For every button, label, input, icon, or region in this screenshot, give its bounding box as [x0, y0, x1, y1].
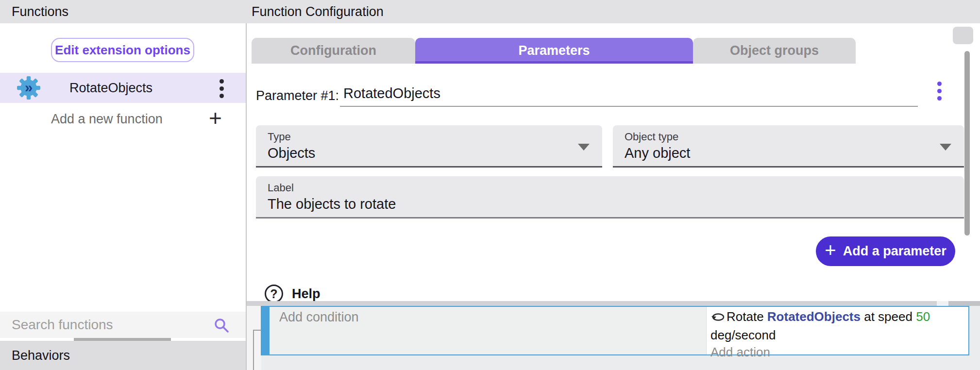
add-parameter-label: Add a parameter: [843, 244, 946, 259]
help-label: Help: [292, 286, 321, 302]
functions-panel-title: Functions: [12, 0, 68, 23]
add-function-label: Add a new function: [51, 105, 163, 133]
label-field-label: Label: [268, 182, 294, 194]
plus-icon: +: [209, 105, 222, 133]
label-field[interactable]: Label The objects to rotate: [256, 176, 964, 219]
input-underline: [340, 106, 918, 107]
page-title: Function Configuration: [252, 0, 384, 23]
vertical-scrollbar-thumb[interactable]: [964, 51, 970, 235]
svg-text:»: »: [25, 80, 33, 95]
add-parameter-button[interactable]: + Add a parameter: [816, 236, 955, 266]
action-speed-value: 50: [916, 309, 930, 324]
tab-object-groups-label: Object groups: [730, 43, 819, 58]
object-type-select[interactable]: Object type Any object: [613, 125, 964, 168]
sidebar-item-rotateobjects[interactable]: » RotateObjects: [0, 73, 246, 103]
functions-sidebar: Edit extension options »: [0, 23, 246, 370]
scrollbar-gap: [937, 301, 948, 306]
type-select[interactable]: Type Objects: [256, 125, 602, 168]
add-function-row[interactable]: Add a new function +: [0, 105, 246, 133]
search-icon: [214, 318, 229, 335]
plus-icon: +: [825, 239, 836, 261]
chevron-down-icon: [578, 144, 590, 151]
behaviors-section-header[interactable]: Behaviors: [0, 341, 246, 370]
horizontal-scrollbar-thumb[interactable]: [948, 301, 980, 306]
edit-extension-options-button[interactable]: Edit extension options: [51, 38, 194, 62]
top-header: [0, 0, 980, 23]
action-text-middle: at speed: [861, 309, 916, 324]
app-window: Functions Function Configuration Edit ex…: [0, 0, 980, 370]
add-condition-button[interactable]: Add condition: [270, 307, 706, 354]
type-select-label: Type: [268, 131, 291, 143]
search-input[interactable]: Search functions: [12, 312, 113, 338]
object-type-select-value: Any object: [625, 145, 690, 161]
label-field-value: The objects to rotate: [268, 196, 396, 212]
events-panel-divider[interactable]: [246, 301, 980, 306]
action-object-name: RotatedObjects: [767, 309, 861, 324]
behaviors-title: Behaviors: [12, 341, 70, 370]
scroll-corner: [953, 27, 973, 44]
parameter-menu-icon[interactable]: [937, 82, 942, 101]
active-tab-indicator: [415, 61, 693, 64]
parameter-index-label: Parameter #1:: [256, 88, 339, 103]
chevron-down-icon: [940, 144, 951, 151]
function-name-label: RotateObjects: [69, 73, 152, 103]
add-action-button[interactable]: Add action: [710, 344, 964, 361]
type-select-value: Objects: [268, 145, 315, 161]
tab-parameters[interactable]: Parameters: [415, 38, 693, 64]
action-text-prefix: Rotate: [727, 309, 767, 324]
parameter-name-input[interactable]: RotatedObjects: [343, 85, 440, 101]
tab-configuration[interactable]: Configuration: [252, 38, 415, 64]
search-functions-bar[interactable]: Search functions: [0, 312, 246, 338]
tab-object-groups[interactable]: Object groups: [693, 38, 856, 64]
panel-divider: [246, 23, 247, 370]
object-type-select-label: Object type: [625, 131, 678, 143]
tab-configuration-label: Configuration: [290, 43, 376, 58]
function-menu-icon[interactable]: [220, 79, 224, 98]
actions-cell[interactable]: Rotate RotatedObjects at speed 50 deg/se…: [706, 307, 968, 354]
help-icon: ?: [265, 285, 283, 303]
function-gear-icon: »: [17, 76, 41, 100]
event-row[interactable]: Add condition Rotate RotatedObjects at s…: [269, 306, 969, 355]
tab-parameters-label: Parameters: [518, 43, 590, 58]
action-text-suffix: deg/second: [710, 328, 776, 342]
rotate-icon: [710, 310, 725, 327]
tab-bar: Configuration Parameters Object groups: [252, 38, 856, 64]
event-selection-bar[interactable]: [261, 306, 269, 355]
events-editor-panel: Add condition Rotate RotatedObjects at s…: [246, 301, 980, 370]
